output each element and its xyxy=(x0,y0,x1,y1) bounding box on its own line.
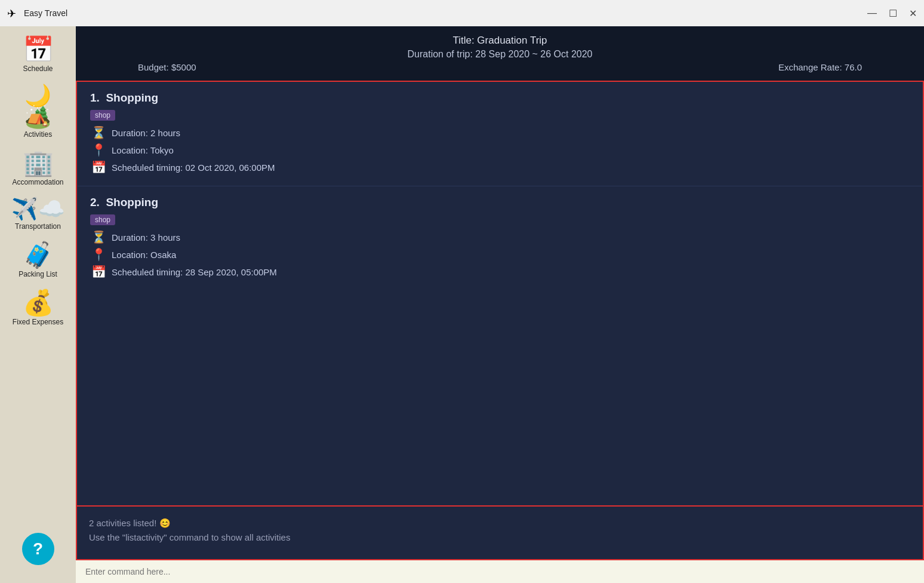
activity-tag-1: shop xyxy=(90,110,115,121)
sidebar-item-packing[interactable]: 🧳 Packing List xyxy=(0,237,76,284)
hourglass-icon-2: ⏳ xyxy=(90,230,107,244)
status-line-1: 2 activities listed! 😊 xyxy=(89,516,911,530)
activity-location-1: 📍 Location: Tokyo xyxy=(90,143,910,157)
activity-tag-2: shop xyxy=(90,214,115,225)
trip-budget: Budget: $5000 xyxy=(138,62,196,72)
trip-title: Title: Graduation Trip xyxy=(90,35,910,47)
title-bar: ✈ Easy Travel — ☐ ✕ xyxy=(0,0,924,26)
activity-schedule-2: 📅 Scheduled timing: 28 Sep 2020, 05:00PM xyxy=(90,265,910,279)
help-button[interactable]: ? xyxy=(0,527,76,571)
sidebar-item-accommodation[interactable]: 🏢 Accommodation xyxy=(0,145,76,192)
help-icon: ? xyxy=(33,539,43,559)
activity-item: 2. Shopping shop ⏳ Duration: 3 hours 📍 L… xyxy=(77,186,923,292)
activity-title-1: 1. Shopping xyxy=(90,91,910,105)
trip-financials: Budget: $5000 Exchange Rate: 76.0 xyxy=(90,62,910,72)
activity-item: 1. Shopping shop ⏳ Duration: 2 hours 📍 L… xyxy=(77,82,923,186)
expenses-label: Fixed Expenses xyxy=(13,318,63,326)
trip-header: Title: Graduation Trip Duration of trip:… xyxy=(76,26,924,81)
schedule-icon: 📅 xyxy=(23,37,54,62)
expenses-icon: 💰 xyxy=(23,290,54,315)
trip-exchange: Exchange Rate: 76.0 xyxy=(778,62,862,72)
transportation-icon: ✈️☁️ xyxy=(11,198,65,220)
app-body: 📅 Schedule 🌙🏕️ Activities 🏢 Accommodatio… xyxy=(0,26,924,583)
sidebar-item-schedule[interactable]: 📅 Schedule xyxy=(0,31,76,79)
transportation-label: Transportation xyxy=(15,222,61,231)
help-circle[interactable]: ? xyxy=(22,533,54,565)
activity-duration-2: ⏳ Duration: 3 hours xyxy=(90,230,910,244)
hourglass-icon: ⏳ xyxy=(90,125,107,140)
location-icon-2: 📍 xyxy=(90,247,107,262)
packing-label: Packing List xyxy=(19,270,57,278)
activity-duration-1: ⏳ Duration: 2 hours xyxy=(90,125,910,140)
status-box: 2 activities listed! 😊 Use the "listacti… xyxy=(77,505,923,559)
activities-icon: 🌙🏕️ xyxy=(24,85,51,128)
location-icon: 📍 xyxy=(90,143,107,157)
main-content: Title: Graduation Trip Duration of trip:… xyxy=(76,26,924,583)
app-icon: ✈ xyxy=(7,7,19,19)
minimize-button[interactable]: — xyxy=(867,8,877,19)
activity-title-2: 2. Shopping xyxy=(90,196,910,209)
content-area: 1. Shopping shop ⏳ Duration: 2 hours 📍 L… xyxy=(76,81,924,560)
command-bar[interactable] xyxy=(76,560,924,583)
command-input[interactable] xyxy=(85,567,914,576)
activities-list: 1. Shopping shop ⏳ Duration: 2 hours 📍 L… xyxy=(77,82,923,505)
sidebar-item-expenses[interactable]: 💰 Fixed Expenses xyxy=(0,284,76,332)
activities-label: Activities xyxy=(24,130,52,139)
trip-duration: Duration of trip: 28 Sep 2020 ~ 26 Oct 2… xyxy=(90,49,910,60)
schedule-label: Schedule xyxy=(23,65,53,73)
accommodation-icon: 🏢 xyxy=(23,151,54,176)
packing-icon: 🧳 xyxy=(23,243,54,268)
sidebar: 📅 Schedule 🌙🏕️ Activities 🏢 Accommodatio… xyxy=(0,26,76,583)
calendar-icon: 📅 xyxy=(90,160,107,174)
maximize-button[interactable]: ☐ xyxy=(889,8,897,19)
window-controls: — ☐ ✕ xyxy=(867,8,917,19)
sidebar-item-activities[interactable]: 🌙🏕️ Activities xyxy=(0,79,76,145)
status-line-2: Use the "listactivity" command to show a… xyxy=(89,530,911,545)
close-button[interactable]: ✕ xyxy=(909,8,917,19)
sidebar-item-transportation[interactable]: ✈️☁️ Transportation xyxy=(0,192,76,237)
accommodation-label: Accommodation xyxy=(12,178,63,186)
app-title: Easy Travel xyxy=(24,8,867,18)
calendar-icon-2: 📅 xyxy=(90,265,107,279)
activity-location-2: 📍 Location: Osaka xyxy=(90,247,910,262)
activity-schedule-1: 📅 Scheduled timing: 02 Oct 2020, 06:00PM xyxy=(90,160,910,174)
